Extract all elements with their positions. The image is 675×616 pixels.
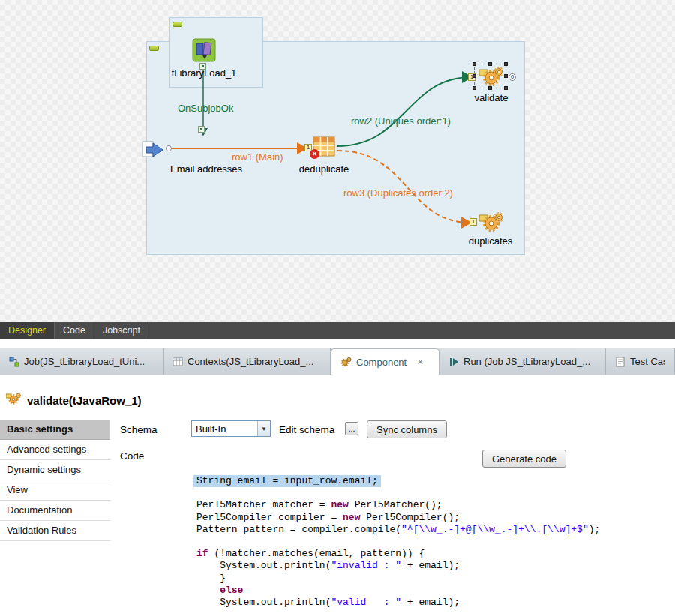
editor-tab-job[interactable]: Job(JS_tLibraryLoad_tUni... (0, 348, 164, 375)
view-tab-jobscript[interactable]: Jobscript (94, 322, 149, 339)
java-row-gears-icon (478, 66, 502, 87)
code-line: Perl5Compiler compiler = new Perl5Compil… (194, 512, 675, 524)
code-line (194, 536, 675, 548)
edit-schema-label: Edit schema (279, 424, 334, 435)
edit-schema-button[interactable]: ... (345, 422, 358, 435)
connection-row2-line[interactable] (338, 77, 471, 146)
schema-type-select[interactable]: Built-In ▼ (191, 420, 271, 437)
connection-label-onsubjobok[interactable]: OnSubjobOk (178, 103, 233, 114)
code-line: Pattern pattern = compiler.compile("^[\\… (194, 524, 675, 536)
panel-title: validate(tJavaRow_1) (27, 394, 142, 407)
component-label[interactable]: Email addresses (170, 163, 242, 175)
component-duplicates[interactable] (478, 211, 502, 235)
editor-tab-label: Contexts(JS_tLibraryLoad_... (188, 356, 314, 367)
editor-tab-run[interactable]: Run (Job JS_tLibraryLoad_... (440, 348, 606, 375)
code-line: } (194, 573, 675, 585)
selection-handle[interactable] (472, 74, 476, 78)
sidebar-item-dynamic-settings[interactable]: Dynamic settings (0, 460, 110, 480)
error-status-icon: ✕ (310, 149, 320, 159)
view-tab-designer[interactable]: Designer (0, 322, 55, 339)
code-line: String email = input_row.email; (194, 475, 381, 487)
view-tab-bar: Designer Code Jobscript (0, 322, 675, 339)
selection-handle[interactable] (488, 86, 492, 90)
sidebar-item-basic-settings[interactable]: Basic settings (0, 420, 110, 440)
sidebar-item-documentation[interactable]: Documentation (0, 501, 110, 521)
sync-columns-button[interactable]: Sync columns (367, 420, 447, 438)
connection-row3-line[interactable] (338, 151, 470, 223)
chevron-down-icon: ▼ (257, 421, 270, 436)
component-label[interactable]: deduplicate (297, 163, 351, 175)
schema-label: Schema (120, 424, 158, 435)
selection-handle[interactable] (504, 86, 508, 90)
component-label[interactable]: validate (470, 92, 512, 103)
connection-label-row1[interactable]: row1 (Main) (232, 151, 284, 163)
editor-tab-component[interactable]: Component × (331, 348, 440, 375)
code-line: if (!matcher.matches(email, pattern)) { (194, 548, 675, 560)
trigger-connector (200, 63, 206, 70)
job-design-canvas[interactable]: tLibraryLoad_1 OnSubjobOk Email addresse… (0, 0, 675, 322)
component-settings-panel: validate(tJavaRow_1) Basic settings Adva… (0, 386, 675, 616)
editor-tab-label: Component (356, 357, 406, 368)
input-flow-icon (142, 139, 166, 160)
editor-tab-testcases[interactable]: Test Cas (606, 348, 675, 375)
contexts-table-icon (172, 357, 183, 367)
view-tab-code[interactable]: Code (55, 322, 94, 339)
run-icon (448, 357, 459, 367)
sidebar-item-view[interactable]: View (0, 480, 110, 501)
selection-handle[interactable] (488, 62, 492, 66)
sidebar-item-advanced-settings[interactable]: Advanced settings (0, 440, 110, 460)
editor-tab-label: Job(JS_tLibraryLoad_tUni... (24, 356, 145, 367)
code-line: else (194, 585, 675, 597)
output-port (166, 145, 172, 151)
code-editor[interactable]: String email = input_row.email; Perl5Mat… (194, 473, 675, 616)
job-icon (9, 357, 20, 367)
code-line: System.out.println("invalid : " + email)… (194, 560, 675, 572)
code-line: Perl5Matcher matcher = new Perl5Matcher(… (194, 499, 675, 511)
editor-tab-label: Run (Job JS_tLibraryLoad_... (464, 356, 590, 367)
code-line (194, 487, 675, 499)
sidebar-item-validation-rules[interactable]: Validation Rules (0, 521, 110, 541)
schema-type-value: Built-In (192, 423, 257, 435)
close-icon[interactable]: × (417, 357, 423, 367)
selection-handle[interactable] (504, 62, 508, 66)
input-port-count: 1 (470, 218, 477, 226)
test-case-document-icon (615, 357, 626, 367)
editor-tab-contexts[interactable]: Contexts(JS_tLibraryLoad_... (164, 348, 331, 375)
trigger-connector (198, 126, 205, 133)
selection-handle[interactable] (504, 74, 508, 78)
selection-handle[interactable] (472, 86, 476, 90)
connection-label-row3[interactable]: row3 (Duplicates order:2) (344, 187, 453, 199)
connection-label-row2[interactable]: row2 (Uniques order:1) (351, 115, 451, 127)
selection-handle[interactable] (472, 62, 476, 66)
java-row-gears-icon (478, 211, 502, 232)
talend-studio-window: tLibraryLoad_1 OnSubjobOk Email addresse… (0, 0, 675, 616)
code-label: Code (120, 450, 144, 462)
editor-tab-label: Test Cas (630, 356, 665, 367)
library-load-icon (192, 38, 216, 62)
editor-tab-bar: Job(JS_tLibraryLoad_tUni... Contexts(JS_… (0, 348, 675, 375)
generate-code-button[interactable]: Generate code (482, 450, 566, 468)
settings-sidebar: Basic settings Advanced settings Dynamic… (0, 420, 110, 541)
subjob-collapse-button[interactable] (149, 46, 159, 51)
component-email-addresses[interactable] (142, 139, 166, 163)
output-port-count: 0 (508, 73, 516, 81)
component-gears-icon (340, 357, 352, 367)
panel-header: validate(tJavaRow_1) (0, 386, 675, 414)
subjob-collapse-button[interactable] (172, 22, 182, 27)
connections-layer (0, 0, 675, 322)
component-tlibraryload[interactable] (192, 38, 216, 65)
component-label[interactable]: duplicates (466, 235, 514, 247)
code-line: System.out.println("valid : " + email); (194, 597, 675, 609)
component-gears-icon (6, 392, 21, 408)
